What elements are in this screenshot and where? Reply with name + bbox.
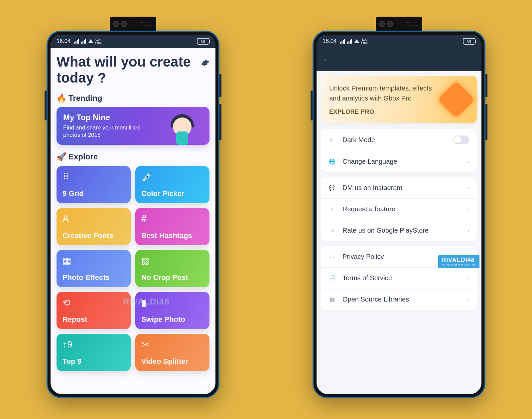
row-request-feature[interactable]: ✧Request a feature› xyxy=(321,198,477,220)
tile-creative-fonts-label: Creative Fonts xyxy=(63,231,125,240)
tile-video-splitter[interactable]: ✂Video Splitter xyxy=(135,334,209,371)
row-open-source[interactable]: ▤Open Source Libraries› xyxy=(321,289,477,310)
promo-banner[interactable]: Unlock Premium templates, effects and an… xyxy=(321,76,477,123)
settings-group: 💬DM us on Instagram›✧Request a feature›☆… xyxy=(321,177,477,241)
tile-color-picker-icon: 💉 xyxy=(141,171,203,181)
tile-9grid-label: 9 Grid xyxy=(63,189,125,198)
row-rate-playstore[interactable]: ☆Rate us on Google PlayStore› xyxy=(321,220,477,241)
row-open-source-label: Open Source Libraries xyxy=(342,296,461,303)
tile-repost-label: Repost xyxy=(63,315,125,324)
tile-photo-effects[interactable]: ▦Photo Effects xyxy=(57,250,131,287)
trending-illustration xyxy=(160,113,203,139)
row-open-source-icon: ▤ xyxy=(329,296,336,303)
status-time: 16.04 xyxy=(57,38,71,45)
trending-subtitle: Find and share your most liked photos of… xyxy=(63,124,156,139)
signal-icon-2 xyxy=(81,39,86,44)
toggle-switch[interactable] xyxy=(454,135,469,144)
status-bar: 16.04 0,04KB/s 68 xyxy=(51,35,215,48)
tile-photo-effects-label: Photo Effects xyxy=(63,273,125,282)
tile-no-crop-post-icon: ▨ xyxy=(141,255,203,265)
tile-top-9[interactable]: ↑9Top 9 xyxy=(57,334,131,371)
tile-9grid-icon: ⠿ xyxy=(63,171,125,181)
tile-best-hashtags-icon: # xyxy=(141,213,203,223)
tile-swipe-photo-label: Swipe Photo xyxy=(141,315,203,324)
camera-bump: MI DUALCAMERA xyxy=(110,17,156,31)
tile-best-hashtags-label: Best Hashtags xyxy=(141,231,203,240)
wifi-icon xyxy=(88,39,93,43)
row-privacy-policy-icon: 🛡 xyxy=(329,254,336,260)
row-terms-of-service-icon: 📄 xyxy=(329,275,336,281)
tile-photo-effects-icon: ▦ xyxy=(63,255,125,265)
tile-swipe-photo[interactable]: ▮Swipe Photo xyxy=(135,292,209,329)
tile-repost[interactable]: ⟲Repost xyxy=(57,292,131,329)
wifi-icon xyxy=(354,39,359,43)
row-terms-of-service-label: Terms of Service xyxy=(342,274,461,282)
tile-creative-fonts-icon: A xyxy=(63,213,125,223)
row-dm-instagram-label: DM us on Instagram xyxy=(342,184,461,192)
back-arrow-icon[interactable]: ← xyxy=(323,55,331,65)
tile-no-crop-post[interactable]: ▨No Crop Post xyxy=(135,250,209,287)
camera-bump: MI DUALCAMERA xyxy=(376,17,422,31)
tile-video-splitter-icon: ✂ xyxy=(141,339,203,349)
row-terms-of-service[interactable]: 📄Terms of Service› xyxy=(321,267,477,289)
phone-home: MI DUALCAMERA 16.04 0,04KB/s 68 xyxy=(47,17,219,398)
row-change-language-icon: 🌐 xyxy=(329,158,336,165)
battery-icon: 68 xyxy=(197,38,209,45)
status-bar: 16.04 5,00KB/s 68 xyxy=(317,35,481,48)
chevron-right-icon: › xyxy=(467,296,469,303)
row-request-feature-icon: ✧ xyxy=(329,206,336,212)
row-change-language-label: Change Language xyxy=(342,158,461,165)
chevron-right-icon: › xyxy=(467,227,469,234)
tile-color-picker[interactable]: 💉Color Picker xyxy=(135,166,209,203)
chevron-right-icon: › xyxy=(467,275,469,282)
row-dark-mode-label: Dark Mode xyxy=(342,136,447,144)
fire-icon: 🔥 xyxy=(57,94,66,103)
row-change-language[interactable]: 🌐Change Language› xyxy=(321,151,477,172)
tile-repost-icon: ⟲ xyxy=(63,297,125,307)
data-rate: 5,00KB/s xyxy=(361,38,368,44)
tile-color-picker-label: Color Picker xyxy=(141,189,203,198)
status-time: 16.04 xyxy=(323,38,337,45)
watermark-badge: RIVALDI48BLOGSPOT.CO.ID xyxy=(438,255,479,268)
rocket-icon: 🚀 xyxy=(57,152,66,161)
tile-9grid[interactable]: ⠿9 Grid xyxy=(57,166,131,203)
explore-heading: 🚀Explore xyxy=(57,152,209,161)
tile-swipe-photo-icon: ▮ xyxy=(141,297,203,307)
tile-no-crop-post-label: No Crop Post xyxy=(141,273,203,282)
chevron-right-icon: › xyxy=(467,158,469,165)
data-rate: 0,04KB/s xyxy=(95,38,102,44)
row-dm-instagram[interactable]: 💬DM us on Instagram› xyxy=(321,177,477,198)
phone-settings: MI DUALCAMERA 16.04 5,00KB/s 68 xyxy=(313,17,485,398)
trending-heading: 🔥Trending xyxy=(57,94,209,103)
row-dark-mode[interactable]: ☾Dark Mode xyxy=(321,129,477,151)
signal-icon xyxy=(74,39,79,44)
tile-best-hashtags[interactable]: #Best Hashtags xyxy=(135,208,209,245)
gear-icon[interactable] xyxy=(201,59,209,69)
page-title: What will you create today ? xyxy=(57,54,201,86)
row-rate-playstore-label: Rate us on Google PlayStore xyxy=(342,227,461,234)
tile-top-9-icon: ↑9 xyxy=(63,339,125,349)
trending-card[interactable]: My Top Nine Find and share your most lik… xyxy=(57,107,209,145)
tile-top-9-label: Top 9 xyxy=(63,357,125,366)
chevron-right-icon: › xyxy=(467,184,469,191)
settings-group: ☾Dark Mode🌐Change Language› xyxy=(321,129,477,172)
row-request-feature-label: Request a feature xyxy=(342,205,461,213)
row-rate-playstore-icon: ☆ xyxy=(329,227,336,234)
row-dark-mode-icon: ☾ xyxy=(329,137,336,143)
tile-video-splitter-label: Video Splitter xyxy=(141,357,203,366)
signal-icon xyxy=(340,39,345,44)
signal-icon-2 xyxy=(347,39,352,44)
battery-icon: 68 xyxy=(463,38,475,45)
chevron-right-icon: › xyxy=(467,206,469,213)
tile-creative-fonts[interactable]: ACreative Fonts xyxy=(57,208,131,245)
settings-navbar: ← xyxy=(317,48,481,71)
trending-title: My Top Nine xyxy=(63,113,156,122)
promo-text: Unlock Premium templates, effects and an… xyxy=(329,83,436,103)
row-dm-instagram-icon: 💬 xyxy=(329,185,336,191)
